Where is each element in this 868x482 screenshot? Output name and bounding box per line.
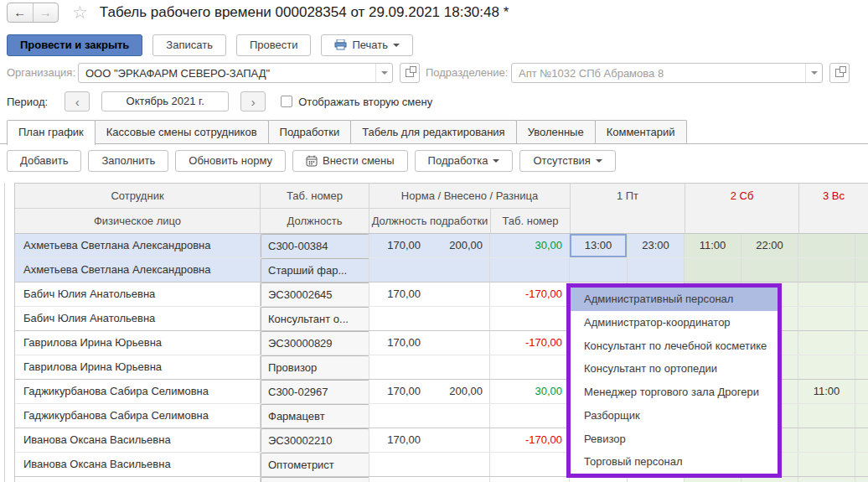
day-cell[interactable]: 13:00 [570,234,628,257]
cell-employee[interactable]: Ахметьева Светлана Александровна [15,234,261,257]
cell-entered[interactable] [427,331,490,355]
cell-employee[interactable]: Бабич Юлия Анатольевна [15,307,261,330]
dropdown-item[interactable]: Консультант по ортопедии [571,357,778,381]
dropdown-item[interactable]: Разборщик [571,404,778,428]
dropdown-item[interactable]: Ревизор [571,428,778,451]
cell-diff[interactable]: -170,00 [490,282,570,306]
chevron-down-icon[interactable] [805,64,822,82]
day-cell[interactable] [855,453,868,476]
cell-position[interactable]: Фармацевт [261,404,369,428]
cell-diff[interactable] [490,307,570,330]
cell-employee[interactable]: Бабич Юлия Анатольевна [15,282,261,306]
day-cell[interactable] [798,404,855,428]
tab-kommentarij[interactable]: Комментарий [595,120,687,143]
post-button[interactable]: Провести [236,34,312,56]
absences-menu-button[interactable]: Отсутствия [519,150,615,172]
previous-period-button[interactable]: ‹ [65,91,90,111]
cell-diff[interactable]: -170,00 [490,331,570,355]
day-cell[interactable] [855,307,868,330]
dropdown-item[interactable]: Консультант по лечебной косметике [571,334,778,358]
day-cell[interactable] [628,258,685,282]
cell-norm[interactable]: 170,00 [369,331,427,355]
chevron-down-icon[interactable] [375,64,392,82]
day-cell[interactable] [798,453,855,476]
day-cell[interactable] [685,258,741,282]
cell-position[interactable]: Провизор [261,355,369,379]
cell-entered[interactable]: 200,00 [427,234,490,257]
organization-open-button[interactable] [400,63,420,83]
day-cell[interactable] [855,258,868,282]
cell-entered[interactable]: 200,00 [427,380,490,403]
print-button[interactable]: Печать [321,34,413,56]
cell-norm[interactable]: 170,00 [369,234,427,257]
add-button[interactable]: Добавить [7,150,81,172]
forward-arrow-icon[interactable]: → [33,3,59,22]
podrabotka-menu-button[interactable]: Подработка [415,150,514,172]
cell-entered[interactable] [427,282,490,306]
tab-kassovye-smeny[interactable]: Кассовые смены сотрудников [95,120,269,143]
day-cell[interactable] [855,355,868,379]
day-cell[interactable] [798,282,855,306]
day-cell[interactable]: 22:00 [741,234,798,257]
day-cell[interactable] [855,331,868,355]
day-cell[interactable] [855,404,868,428]
cell-norm[interactable] [369,355,427,379]
department-open-button[interactable] [829,63,850,83]
tab-plan-grafik[interactable]: План график [7,120,96,145]
back-arrow-icon[interactable]: ← [8,3,33,22]
day-cell[interactable] [855,282,868,306]
department-input[interactable]: Апт №1032 СПб Абрамова 8 [511,63,823,83]
table-row[interactable]: Ахметьева Светлана Александровна С300-00… [15,234,868,258]
period-value-field[interactable]: Октябрь 2021 г. [101,91,229,111]
day-cell[interactable] [570,258,628,282]
day-cell[interactable] [798,307,855,330]
day-cell[interactable]: 11:00 [798,380,855,403]
tab-uvolennye[interactable]: Уволенные [516,120,596,143]
dropdown-item[interactable]: Административный персонал [571,288,778,311]
day-cell[interactable] [855,380,868,403]
day-cell[interactable] [798,428,855,452]
next-period-button[interactable]: › [240,91,266,111]
second-shift-checkbox-label[interactable]: Отображать вторую смену [298,96,432,108]
cell-employee[interactable]: Иванова Оксана Васильевна [15,428,261,452]
dropdown-item[interactable]: Торговый персонал [571,450,778,474]
cell-entered[interactable] [427,453,490,476]
cell-diff[interactable]: -170,00 [490,428,570,452]
cell-tab-number[interactable]: ЭС30000829 [261,331,369,355]
cell-diff[interactable] [490,404,570,428]
cell-entered[interactable] [427,258,490,282]
cell-employee[interactable]: Гаврилова Ирина Юрьевна [15,331,261,355]
cell-tab-number[interactable]: С300-02967 [261,380,369,403]
day-cell[interactable]: 11:00 [685,234,741,257]
cell-entered[interactable] [427,404,490,428]
cell-employee[interactable]: Иванова Оксана Васильевна [15,453,261,476]
fill-button[interactable]: Заполнить [88,150,168,172]
day-cell[interactable] [741,258,798,282]
cell-diff[interactable]: 30,00 [490,380,570,403]
favorite-star-icon[interactable]: ☆ [72,3,88,23]
cell-norm[interactable]: 170,00 [369,380,427,403]
save-button[interactable]: Записать [152,34,226,56]
cell-entered[interactable] [427,307,490,330]
day-cell[interactable] [798,331,855,355]
cell-employee[interactable]: Ахметьева Светлана Александровна [15,258,261,282]
cell-tab-number[interactable]: ЭС30002645 [261,282,369,306]
update-norm-button[interactable]: Обновить норму [175,150,286,172]
department-value[interactable]: Апт №1032 СПб Абрамова 8 [512,67,805,80]
table-row[interactable]: Ахметьева Светлана Александровна Старший… [15,258,868,282]
cell-norm[interactable] [369,404,427,428]
nav-history-group[interactable]: ← → [7,3,59,23]
cell-diff[interactable] [490,453,570,476]
cell-entered[interactable] [427,355,490,379]
day-cell[interactable] [855,234,868,257]
cell-diff[interactable] [490,258,570,282]
cell-norm[interactable] [369,258,427,282]
cell-employee[interactable]: Гаджикурбанова Сабира Селимовна [15,380,261,403]
cell-position[interactable]: Старший фар... [261,258,369,282]
dropdown-item[interactable]: Менеджер торгового зала Дрогери [571,381,778,404]
day-cell[interactable] [798,258,855,282]
cell-diff[interactable]: 30,00 [490,234,570,257]
post-and-close-button[interactable]: Провести и закрыть [7,34,142,56]
cell-tab-number[interactable]: ЭС30002210 [261,428,369,452]
day-cell[interactable] [855,428,868,452]
